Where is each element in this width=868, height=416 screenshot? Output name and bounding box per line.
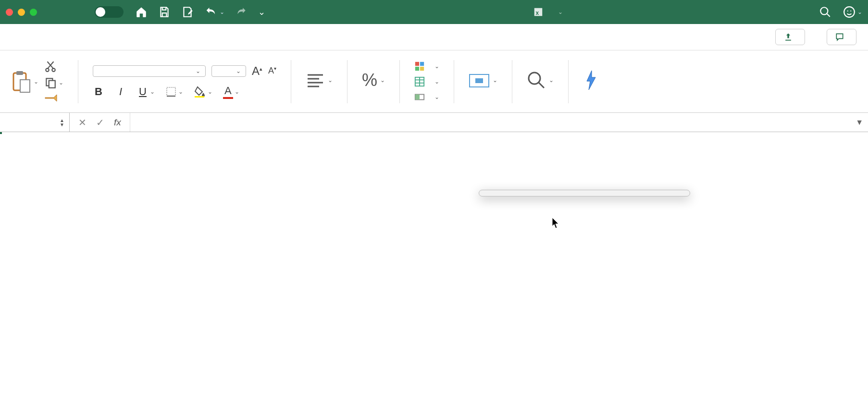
paste-dropdown-icon[interactable]: ⌄ bbox=[34, 78, 38, 85]
svg-line-33 bbox=[539, 83, 544, 88]
excel-file-icon: x bbox=[533, 7, 544, 17]
cell-styles-icon bbox=[414, 92, 425, 102]
mouse-cursor bbox=[552, 217, 560, 230]
share-icon bbox=[783, 32, 793, 42]
svg-rect-23 bbox=[420, 66, 424, 70]
font-color-icon[interactable]: A bbox=[223, 85, 233, 99]
alignment-icon bbox=[306, 72, 325, 88]
svg-rect-22 bbox=[415, 66, 419, 70]
home-icon[interactable] bbox=[135, 6, 148, 18]
fill-color-icon[interactable] bbox=[194, 86, 206, 98]
fx-icon[interactable]: fx bbox=[114, 117, 121, 128]
borders-icon[interactable] bbox=[165, 86, 177, 98]
redo-icon[interactable] bbox=[235, 6, 248, 18]
svg-rect-7 bbox=[16, 71, 23, 75]
percent-icon: % bbox=[362, 70, 377, 90]
formula-bar: ▲▼ ✕ ✓ fx ▼ bbox=[0, 113, 868, 132]
svg-rect-15 bbox=[195, 96, 204, 98]
format-painter-icon[interactable] bbox=[44, 93, 58, 103]
svg-point-32 bbox=[529, 73, 540, 84]
copy-icon[interactable] bbox=[44, 76, 57, 89]
bold-button[interactable]: B bbox=[93, 86, 104, 98]
paste-icon[interactable] bbox=[12, 70, 32, 93]
expand-formula-bar-icon[interactable]: ▼ bbox=[851, 118, 868, 127]
increase-font-icon[interactable]: A▴ bbox=[252, 64, 262, 78]
search-icon[interactable] bbox=[819, 6, 831, 18]
ideas-group[interactable] bbox=[583, 70, 600, 94]
svg-rect-12 bbox=[49, 80, 55, 87]
svg-point-2 bbox=[820, 7, 828, 14]
quick-access-toolbar: ⌄ ⌄ bbox=[135, 5, 265, 19]
svg-text:x: x bbox=[536, 10, 539, 16]
svg-point-10 bbox=[52, 68, 55, 72]
close-window-button[interactable] bbox=[6, 9, 13, 16]
italic-button[interactable]: I bbox=[115, 86, 126, 98]
underline-button[interactable]: U bbox=[137, 86, 149, 98]
conditional-formatting-button[interactable]: ⌄ bbox=[414, 61, 439, 72]
svg-point-5 bbox=[850, 11, 851, 12]
autosave-toggle[interactable] bbox=[95, 6, 124, 18]
clipboard-group: ⌄ ⌄ bbox=[12, 60, 63, 103]
formula-input[interactable] bbox=[130, 113, 851, 132]
minimize-window-button[interactable] bbox=[18, 9, 25, 16]
ribbon-tabs bbox=[0, 24, 868, 50]
editing-icon bbox=[527, 71, 546, 90]
svg-point-4 bbox=[847, 11, 848, 12]
context-menu bbox=[479, 190, 690, 196]
name-box[interactable]: ▲▼ bbox=[0, 113, 70, 132]
conditional-formatting-icon bbox=[414, 61, 425, 72]
alignment-group[interactable]: ⌄ bbox=[306, 72, 333, 91]
cut-icon[interactable] bbox=[44, 60, 57, 73]
svg-rect-31 bbox=[475, 78, 483, 83]
undo-dropdown[interactable]: ⌄ bbox=[220, 9, 224, 15]
save-icon[interactable] bbox=[158, 6, 171, 18]
titlebar: ⌄ ⌄ x ⌄ ⌄ bbox=[0, 0, 868, 24]
cancel-formula-icon[interactable]: ✕ bbox=[78, 117, 87, 128]
font-size-select[interactable]: ⌄ bbox=[211, 65, 246, 77]
svg-rect-20 bbox=[415, 61, 419, 65]
styles-group: ⌄ ⌄ ⌄ bbox=[414, 61, 439, 102]
comments-icon bbox=[835, 32, 844, 42]
editing-group[interactable]: ⌄ bbox=[527, 71, 554, 93]
ideas-icon bbox=[583, 70, 600, 91]
svg-point-3 bbox=[844, 7, 855, 17]
window-controls bbox=[6, 9, 37, 16]
font-name-select[interactable]: ⌄ bbox=[93, 65, 206, 77]
account-dropdown-icon[interactable]: ⌄ bbox=[857, 9, 862, 15]
maximize-window-button[interactable] bbox=[30, 9, 37, 16]
save-edit-icon[interactable] bbox=[181, 6, 194, 18]
ribbon: ⌄ ⌄ ⌄ ⌄ A▴ A▾ B I U⌄ ⌄ ⌄ A⌄ ⌄ bbox=[0, 50, 868, 113]
svg-rect-8 bbox=[20, 80, 30, 92]
format-as-table-button[interactable]: ⌄ bbox=[414, 76, 439, 87]
cell-styles-button[interactable]: ⌄ bbox=[414, 92, 439, 102]
svg-rect-13 bbox=[167, 87, 175, 96]
svg-point-9 bbox=[46, 68, 49, 72]
accept-formula-icon[interactable]: ✓ bbox=[96, 117, 104, 128]
copy-marquee bbox=[0, 132, 2, 134]
document-title: x ⌄ bbox=[277, 7, 819, 17]
cells-group[interactable]: ⌄ bbox=[469, 72, 497, 92]
svg-rect-29 bbox=[415, 94, 420, 99]
decrease-font-icon[interactable]: A▾ bbox=[268, 66, 276, 76]
cells-icon bbox=[469, 72, 490, 89]
undo-icon[interactable] bbox=[204, 5, 218, 19]
titlebar-right: ⌄ bbox=[819, 6, 862, 18]
comments-button[interactable] bbox=[827, 29, 856, 45]
qat-customize-icon[interactable]: ⌄ bbox=[258, 7, 265, 17]
autosave-control[interactable] bbox=[90, 6, 124, 18]
share-button[interactable] bbox=[775, 29, 805, 45]
table-icon bbox=[414, 76, 425, 87]
title-dropdown-icon[interactable]: ⌄ bbox=[558, 9, 563, 15]
name-box-spinner[interactable]: ▲▼ bbox=[60, 118, 64, 127]
number-group[interactable]: % ⌄ bbox=[362, 70, 385, 93]
account-icon[interactable] bbox=[843, 6, 856, 18]
svg-rect-21 bbox=[420, 61, 424, 65]
font-group: ⌄ ⌄ A▴ A▾ B I U⌄ ⌄ ⌄ A⌄ bbox=[93, 64, 276, 99]
